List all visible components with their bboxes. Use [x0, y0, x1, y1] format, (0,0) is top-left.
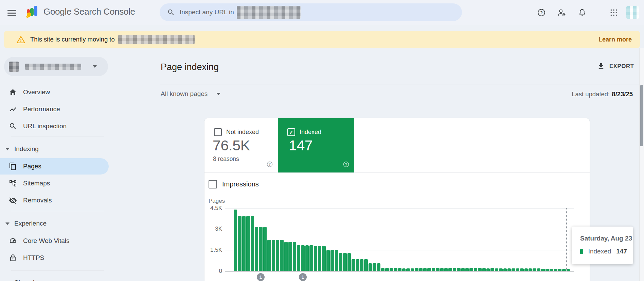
chart-bar[interactable]: [394, 268, 397, 271]
chart-bar[interactable]: [436, 268, 439, 271]
chart-bar[interactable]: [448, 268, 452, 271]
apps-grid-icon[interactable]: [609, 8, 618, 17]
chart-bar[interactable]: [432, 268, 435, 271]
help-icon[interactable]: ?: [343, 161, 350, 168]
chart-bar[interactable]: [356, 259, 359, 271]
product-logo[interactable]: Google Search Console: [26, 4, 135, 19]
chart-bar[interactable]: [398, 268, 401, 271]
chart-bar[interactable]: [486, 268, 490, 271]
chart-bar[interactable]: [453, 268, 456, 271]
chart-bar[interactable]: [246, 216, 250, 271]
chart-bar[interactable]: [339, 253, 342, 271]
chart-bar[interactable]: [503, 268, 507, 271]
chart-bar[interactable]: [301, 245, 304, 271]
chart-bar[interactable]: [419, 268, 423, 271]
export-button[interactable]: EXPORT: [597, 62, 634, 70]
chart-bar[interactable]: [381, 268, 384, 271]
chart-bar[interactable]: [293, 242, 296, 271]
chart-bar[interactable]: [423, 268, 427, 271]
impressions-checkbox[interactable]: [209, 180, 217, 188]
chart-bar[interactable]: [352, 259, 355, 271]
chart-bar[interactable]: [360, 259, 363, 271]
chart-bar[interactable]: [330, 250, 334, 271]
scrollbar-thumb[interactable]: [640, 85, 643, 146]
sidebar-item-https[interactable]: HTTPS: [0, 250, 109, 266]
sidebar-section-experience[interactable]: Experience: [0, 216, 109, 231]
chart-bar[interactable]: [541, 269, 544, 271]
chart-bar[interactable]: [533, 268, 536, 271]
chart-bar[interactable]: [440, 268, 444, 271]
sidebar-item-pages[interactable]: Pages: [0, 158, 109, 175]
url-inspect-search-bar[interactable]: Inspect any URL in: [160, 3, 462, 21]
chart-bar[interactable]: [499, 268, 502, 271]
chart-bar[interactable]: [520, 268, 523, 271]
chart-bar[interactable]: [469, 268, 473, 271]
chart-bar[interactable]: [255, 227, 258, 271]
chart-bar[interactable]: [373, 263, 376, 271]
sidebar-item-removals[interactable]: Removals: [0, 192, 109, 209]
chart-bar[interactable]: [478, 268, 481, 271]
property-selector[interactable]: [4, 57, 108, 76]
chart-bar[interactable]: [263, 227, 267, 271]
chart-bar[interactable]: [507, 268, 511, 271]
chart-bar[interactable]: [297, 245, 300, 271]
indexed-chip[interactable]: ✓ Indexed 147 ?: [278, 118, 354, 172]
page-filter-dropdown[interactable]: All known pages: [161, 90, 220, 98]
chart-bar[interactable]: [259, 227, 262, 271]
chart-bar[interactable]: [427, 268, 431, 271]
chart-bar[interactable]: [415, 268, 418, 271]
chart-bar[interactable]: [411, 268, 414, 271]
chart-bar[interactable]: [461, 268, 465, 271]
sidebar-item-performance[interactable]: Performance: [0, 101, 109, 117]
chart-bar[interactable]: [490, 268, 494, 271]
indexed-bars-series[interactable]: [234, 208, 570, 271]
chart-bar[interactable]: [529, 268, 532, 271]
chart-bar[interactable]: [537, 268, 540, 271]
chart-bar[interactable]: [444, 268, 448, 271]
chart-bar[interactable]: [267, 240, 271, 271]
sidebar-item-url-inspection[interactable]: URL inspection: [0, 118, 109, 134]
chart-bar[interactable]: [272, 240, 275, 271]
chart-bar[interactable]: [242, 216, 246, 271]
chart-bar[interactable]: [558, 269, 561, 271]
account-avatar[interactable]: [626, 6, 639, 19]
chart-bar[interactable]: [457, 268, 460, 271]
sidebar-item-sitemaps[interactable]: Sitemaps: [0, 175, 109, 192]
chart-bar[interactable]: [305, 245, 309, 271]
chart-bar[interactable]: [234, 210, 237, 271]
not-indexed-chip[interactable]: Not indexed 76.5K 8 reasons ?: [204, 118, 278, 172]
chart-bar[interactable]: [343, 253, 346, 271]
chart-bar[interactable]: [326, 250, 330, 271]
indexed-checkbox[interactable]: ✓: [287, 128, 295, 136]
chart-bar[interactable]: [524, 268, 528, 271]
impressions-toggle[interactable]: Impressions: [209, 180, 259, 188]
chart-bar[interactable]: [369, 263, 372, 271]
not-indexed-checkbox[interactable]: [214, 128, 222, 136]
sidebar-item-core-web-vitals[interactable]: Core Web Vitals: [0, 233, 109, 249]
chart-bar[interactable]: [390, 268, 393, 271]
chart-bar[interactable]: [251, 216, 254, 271]
chart-bar[interactable]: [474, 268, 477, 271]
chart-bar[interactable]: [567, 269, 570, 271]
chart-bar[interactable]: [276, 240, 279, 271]
chart-bar[interactable]: [280, 240, 283, 271]
manage-users-icon[interactable]: [557, 8, 566, 17]
chart-bar[interactable]: [562, 269, 566, 271]
chart-bar[interactable]: [402, 268, 406, 271]
help-icon[interactable]: ?: [537, 8, 546, 17]
hamburger-menu-icon[interactable]: [7, 8, 16, 16]
chart-bar[interactable]: [238, 216, 241, 271]
chart-bar[interactable]: [495, 268, 498, 271]
chart-bar[interactable]: [314, 246, 317, 271]
chart-bar[interactable]: [550, 269, 553, 271]
chart-bar[interactable]: [309, 245, 313, 271]
notifications-bell-icon[interactable]: [578, 8, 587, 17]
sidebar-item-overview[interactable]: Overview: [0, 84, 109, 100]
chart-bar[interactable]: [554, 269, 557, 271]
sidebar-section-indexing[interactable]: Indexing: [0, 142, 109, 156]
chart-bar[interactable]: [545, 269, 549, 271]
chart-bar[interactable]: [465, 268, 469, 271]
chart-bar[interactable]: [516, 268, 519, 271]
chart-bar[interactable]: [512, 268, 515, 271]
scrollbar-track[interactable]: [639, 48, 644, 281]
